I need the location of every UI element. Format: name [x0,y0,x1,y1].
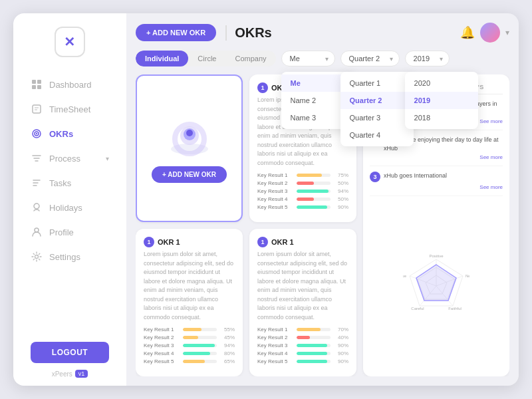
main-content: + ADD NEW OKR OKRs 🔔 ▾ Individual Circle… [126,13,519,386]
quarter-dropdown-open: Quarter 1 Quarter 2 Quarter 3 Quarter 4 [340,72,414,146]
kr-row: Key Result 3 90% [257,342,348,348]
sidebar-item-tasks[interactable]: Tasks [19,171,121,195]
app-logo: ✕ [55,27,85,57]
svg-rect-1 [32,80,36,84]
sidebar-item-process[interactable]: Process ▾ [19,146,121,170]
grid-icon [31,78,43,90]
svg-rect-3 [32,85,36,89]
svg-point-11 [35,228,39,232]
dd-q1[interactable]: Quarter 1 [340,74,414,92]
header: + ADD NEW OKR OKRs 🔔 ▾ [136,23,509,43]
sidebar-item-label: Dashboard [49,80,92,90]
svg-text:✕: ✕ [64,35,75,49]
svg-point-10 [36,133,37,134]
settings-icon [31,251,43,263]
sidebar-item-label: Profile [49,227,74,237]
sidebar-item-label: Process [49,154,80,164]
sidebar-item-label: Holidays [49,203,82,213]
dd-q4[interactable]: Quarter 4 [340,126,414,144]
filters-bar: Individual Circle Company Me Name 2 Name… [136,51,509,66]
sidebar-item-holidays[interactable]: Holidays [19,196,121,219]
kr-row: Key Result 4 90% [257,350,348,356]
add-new-okr-header-button[interactable]: + ADD NEW OKR [136,24,216,41]
sidebar-item-profile[interactable]: Profile [19,220,121,244]
kr-row: Key Result 5 90% [257,358,348,364]
okr-card-2: 1 OKR 1 Lorem ipsum dolor sit amet, cons… [136,229,243,376]
kr-row: Key Result 1 75% [257,172,348,178]
kr-row: Key Result 4 50% [257,196,348,202]
sidebar-item-label: Tasks [49,178,71,188]
page-title: OKRs [225,25,272,41]
okr-title-2: 1 OKR 1 [144,237,235,247]
sidebar-item-settings[interactable]: Settings [19,245,121,269]
svg-text:True: True [403,274,407,278]
dd-q3[interactable]: Quarter 3 [340,109,414,126]
kr-row: Key Result 5 65% [144,358,235,364]
dd-2019[interactable]: 2019 [405,92,478,109]
year-dropdown-open: 2020 2019 2018 [405,72,478,129]
kr-row: Key Result 2 50% [257,180,348,186]
kr-row: Key Result 2 45% [144,334,235,340]
kr-row: Key Result 5 90% [257,204,348,210]
svg-point-12 [35,255,39,259]
kr-row: Key Result 1 55% [144,327,235,332]
svg-text:Faithful: Faithful [448,307,462,311]
sidebar-item-dashboard[interactable]: Dashboard [19,72,121,96]
sidebar-item-okrs[interactable]: OKRs [19,122,121,146]
svg-rect-5 [33,105,41,113]
svg-text:Careful: Careful [411,307,424,311]
version-info: xPeers v1 [52,370,88,378]
sidebar-item-label: OKRs [49,129,73,139]
kr-row: Key Result 4 80% [144,350,235,356]
sidebar-item-timesheet[interactable]: TimeSheet [19,97,121,121]
user-avatar[interactable] [480,23,500,43]
person-filter[interactable]: Me Name 2 Name 3 Me Name 2 Name 3 [281,51,335,66]
kr-row: Key Result 2 40% [257,334,348,340]
key-results-3: Key Result 1 70% Key Result 2 40% Key Re… [257,327,348,364]
panel-okr-item-3: 3 xHub goes International See more [370,172,503,196]
svg-rect-4 [37,85,41,89]
profile-icon [31,226,43,238]
process-icon [31,152,43,164]
svg-point-17 [186,130,193,136]
quarter-select[interactable]: Quarter 2 [340,51,400,66]
person-select[interactable]: Me Name 2 Name 3 [281,51,335,66]
okr-desc-2: Lorem ipsum dolor sit amet, consectetur … [144,250,235,322]
svg-marker-26 [416,265,456,301]
logout-button[interactable]: LOGOUT [31,342,109,363]
kr-row: Key Result 3 94% [144,342,235,348]
year-select[interactable]: 2019 [405,51,450,66]
sidebar-nav: Dashboard TimeSheet [13,72,126,336]
bell-icon[interactable]: 🔔 [460,25,475,40]
kr-row: Key Result 1 70% [257,327,348,332]
okrs-icon [31,128,43,140]
see-more-3[interactable]: See more [370,184,503,190]
dd-q2[interactable]: Quarter 2 [340,92,414,109]
chevron-down-icon: ▾ [505,28,509,37]
toggle-individual[interactable]: Individual [136,51,188,66]
view-toggle: Individual Circle Company [136,51,276,66]
kr-row: Key Result 3 94% [257,188,348,194]
new-okr-card: + ADD NEW OKR [136,74,243,222]
holidays-icon [31,201,43,213]
svg-rect-2 [37,80,41,84]
okr-title-3: 1 OKR 1 [257,237,348,247]
key-results-1: Key Result 1 75% Key Result 2 50% Key Re… [257,172,348,210]
timesheet-icon [31,103,43,115]
key-results-2: Key Result 1 55% Key Result 2 45% Key Re… [144,327,235,364]
okr-desc-3: Lorem ipsum dolor sit amet, consectetur … [257,250,348,322]
dd-2020[interactable]: 2020 [405,74,478,92]
toggle-company[interactable]: Company [225,51,275,66]
new-okr-illustration [163,114,216,161]
see-more-2[interactable]: See more [370,154,503,160]
dd-2018[interactable]: 2018 [405,109,478,126]
quarter-filter[interactable]: Quarter 2 Quarter 1 Quarter 2 Quarter 3 … [340,51,400,66]
tasks-icon [31,177,43,189]
process-arrow-icon: ▾ [106,155,109,162]
sidebar-item-label: Settings [49,252,80,262]
sidebar: ✕ Dashboard [13,13,126,386]
toggle-circle[interactable]: Circle [188,51,225,66]
add-new-okr-button[interactable]: + ADD NEW OKR [152,166,227,183]
year-filter[interactable]: 2019 2020 2019 2018 [405,51,450,66]
svg-text:Negative: Negative [466,274,469,278]
